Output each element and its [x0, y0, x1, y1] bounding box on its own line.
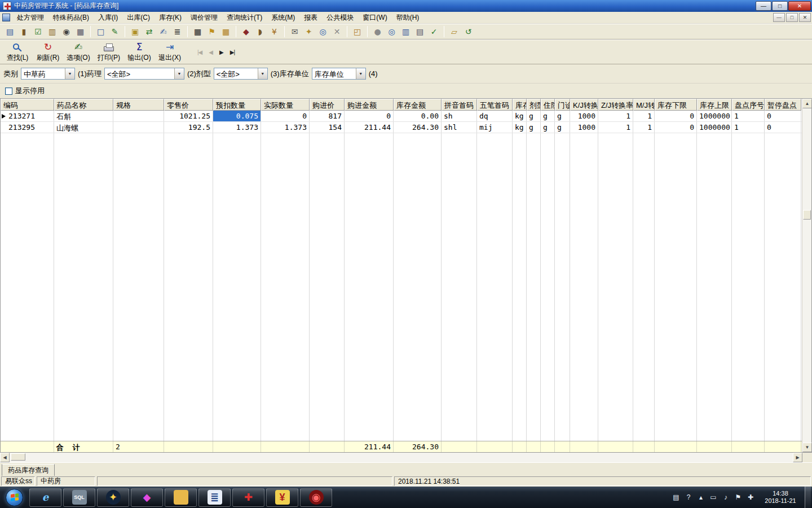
- category-combobox[interactable]: 中草药: [21, 68, 75, 80]
- mdi-restore-button[interactable]: □: [786, 13, 798, 22]
- browse-icon[interactable]: ▦: [74, 25, 87, 38]
- cell-r2-c5[interactable]: 1.373: [213, 122, 261, 133]
- taskbar-app-red-cross[interactable]: ✚: [232, 488, 264, 507]
- mdi-close-button[interactable]: ✕: [799, 13, 811, 22]
- menu-item-1[interactable]: 处方管理: [12, 11, 48, 24]
- cell-r2-c16[interactable]: 1000: [570, 122, 598, 133]
- column-header-3[interactable]: 规格: [113, 99, 164, 111]
- cell-r1-c21[interactable]: 1: [732, 111, 765, 121]
- edit-sheet-icon[interactable]: ✍: [157, 25, 170, 38]
- vertical-scrollbar[interactable]: [802, 99, 811, 452]
- cell-r1-c4[interactable]: 1021.25: [164, 111, 213, 121]
- column-header-14[interactable]: 住院: [541, 99, 555, 111]
- menu-item-8[interactable]: 系统(M): [267, 11, 299, 24]
- cell-r2-c21[interactable]: 1: [732, 122, 765, 133]
- menu-item-11[interactable]: 窗口(W): [358, 11, 391, 24]
- cash-icon[interactable]: ¥: [268, 25, 281, 38]
- exit-button[interactable]: ⇥退出(X): [155, 41, 185, 63]
- menu-item-2[interactable]: 特殊药品(B): [48, 11, 94, 24]
- zoom-icon[interactable]: ◎: [316, 25, 329, 38]
- taskbar-app-gem[interactable]: ◆: [131, 488, 163, 507]
- audit-sheet-icon[interactable]: ☑: [32, 25, 45, 38]
- cell-r2-c19[interactable]: 0: [655, 122, 697, 133]
- cell-r1-c6[interactable]: 0: [261, 111, 310, 121]
- show-disabled-checkbox[interactable]: [5, 87, 12, 95]
- cell-r1-c15[interactable]: g: [555, 111, 570, 121]
- sign-doc-icon[interactable]: ✎: [108, 25, 121, 38]
- cell-r1-c2[interactable]: 石斛: [54, 111, 113, 121]
- copy-doc-icon[interactable]: ▣: [129, 25, 142, 38]
- column-header-7[interactable]: 购进价: [310, 99, 345, 111]
- cell-r1-c14[interactable]: g: [541, 111, 555, 121]
- column-header-11[interactable]: 五笔首码: [477, 99, 513, 111]
- tray-ime-icon[interactable]: ▤: [672, 493, 680, 501]
- taskbar-clock[interactable]: 14:38 2018-11-21: [760, 490, 801, 505]
- export-button[interactable]: Σ输出(O): [124, 41, 155, 63]
- cell-r2-c13[interactable]: g: [527, 122, 541, 133]
- cell-r1-c13[interactable]: g: [527, 111, 541, 121]
- column-header-20[interactable]: 库存上限: [697, 99, 732, 111]
- recycle-icon[interactable]: ↺: [462, 25, 475, 38]
- pharmacology-combobox[interactable]: <全部>: [104, 68, 184, 80]
- cell-r2-c4[interactable]: 192.5: [164, 122, 213, 133]
- cell-r1-c8[interactable]: 0: [345, 111, 394, 121]
- cell-r1-c22[interactable]: 0: [765, 111, 801, 121]
- cell-r1-c9[interactable]: 0.00: [394, 111, 442, 121]
- cell-r2-c12[interactable]: kg: [513, 122, 527, 133]
- column-header-13[interactable]: 剂型: [527, 99, 541, 111]
- tray-network-icon[interactable]: ⚑: [734, 493, 742, 501]
- maximize-button[interactable]: □: [772, 1, 788, 11]
- barcode-icon[interactable]: ▦: [191, 25, 204, 38]
- dosage-form-combobox[interactable]: <全部>: [214, 68, 268, 80]
- close-doc-icon[interactable]: ✕: [330, 25, 343, 38]
- cell-r2-c11[interactable]: mij: [477, 122, 513, 133]
- scroll-up-button[interactable]: [802, 99, 812, 108]
- cell-r1-c17[interactable]: 1: [598, 111, 633, 121]
- cell-r1-c11[interactable]: dq: [477, 111, 513, 121]
- cell-r2-c17[interactable]: 1: [598, 122, 633, 133]
- binoculars-icon[interactable]: ◉: [60, 25, 73, 38]
- close-button[interactable]: ✕: [788, 1, 811, 11]
- menu-item-4[interactable]: 出库(C): [122, 11, 155, 24]
- cell-r1-c12[interactable]: kg: [513, 111, 527, 121]
- taskbar-app-folder[interactable]: [165, 488, 197, 507]
- column-header-19[interactable]: 库存下限: [655, 99, 697, 111]
- scroll-right-button[interactable]: [793, 453, 802, 462]
- verify-doc-icon[interactable]: ✓: [427, 25, 440, 38]
- print-list-icon[interactable]: ▤: [413, 25, 426, 38]
- find-book-icon[interactable]: ▥: [46, 25, 59, 38]
- menu-item-6[interactable]: 调价管理: [186, 11, 222, 24]
- dosage-form-dropdown-arrow-icon[interactable]: [258, 68, 267, 79]
- refresh-button[interactable]: ↻刷新(R): [33, 41, 63, 63]
- column-header-6[interactable]: 实际数量: [261, 99, 310, 111]
- basket-icon[interactable]: ▱: [448, 25, 461, 38]
- cell-r1-c19[interactable]: 0: [655, 111, 697, 121]
- lock-icon[interactable]: ◆: [240, 25, 253, 38]
- tray-usb-icon[interactable]: ✚: [747, 493, 754, 501]
- stock-unit-dropdown-arrow-icon[interactable]: [356, 68, 365, 79]
- cell-r2-c14[interactable]: g: [541, 122, 555, 133]
- last-record-button[interactable]: ▶|: [230, 49, 235, 55]
- cell-r2-c2[interactable]: 山海螺: [54, 122, 113, 133]
- cell-r2-c8[interactable]: 211.44: [345, 122, 394, 133]
- vertical-scroll-track[interactable]: [802, 108, 811, 443]
- calendar-icon[interactable]: ▦: [219, 25, 232, 38]
- purse-icon[interactable]: ◗: [254, 25, 267, 38]
- cell-r1-c10[interactable]: sh: [442, 111, 477, 121]
- columns-icon[interactable]: ▥: [399, 25, 412, 38]
- scroll-left-button[interactable]: [0, 453, 10, 462]
- menu-item-9[interactable]: 报表: [299, 11, 322, 24]
- tray-display-icon[interactable]: ▭: [709, 493, 717, 501]
- cell-r2-c18[interactable]: 1: [633, 122, 655, 133]
- taskbar-app-compass[interactable]: ✦: [97, 488, 129, 507]
- column-header-16[interactable]: K/J转换率: [570, 99, 598, 111]
- minimize-button[interactable]: —: [756, 1, 771, 11]
- taskbar-app-pharmacy[interactable]: ◉: [300, 488, 332, 507]
- cell-r1-c1[interactable]: 213271: [1, 111, 54, 121]
- mail-icon[interactable]: ✉: [288, 25, 301, 38]
- column-header-15[interactable]: 门诊: [555, 99, 570, 111]
- menu-item-7[interactable]: 查询统计(T): [222, 11, 267, 24]
- cell-r2-c3[interactable]: [113, 122, 164, 133]
- column-header-8[interactable]: 购进金额: [345, 99, 394, 111]
- column-header-1[interactable]: 编码: [1, 99, 54, 111]
